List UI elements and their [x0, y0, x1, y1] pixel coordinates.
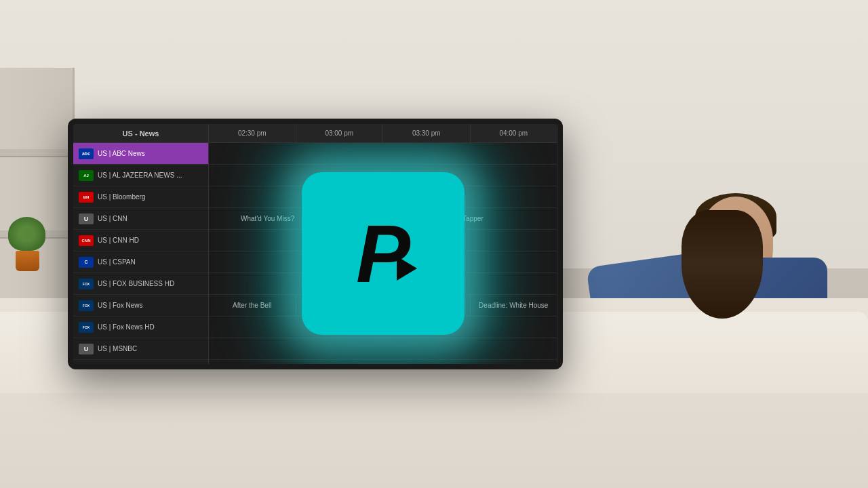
logo-letter: P	[356, 208, 410, 299]
plant-leaves	[8, 217, 45, 251]
channel-icon-cspan: C	[79, 257, 94, 268]
play-icon	[397, 256, 417, 281]
epg-guide: US - News 02:30 pm 03:00 pm 03:30 pm 04:…	[73, 124, 557, 364]
shelf-board-1	[0, 149, 73, 157]
program-cell-10-1[interactable]	[209, 338, 557, 359]
epg-body: abc US | ABC News AJ US | AL JAZEERA NEW…	[73, 143, 557, 364]
channel-icon-foxbiz: FOX	[79, 279, 94, 289]
time-slot-2: 03:00 pm	[296, 124, 384, 142]
channel-icon-msnbc-u: U	[79, 344, 94, 354]
channel-list: abc US | ABC News AJ US | AL JAZEERA NEW…	[73, 143, 209, 364]
room-background: US - News 02:30 pm 03:00 pm 03:30 pm 04:…	[0, 0, 868, 488]
program-grid: What'd You Miss? The Lead With Jake Tapp…	[209, 143, 557, 364]
channel-item-3[interactable]: BN US | Bloomberg	[73, 186, 208, 208]
program-row-10	[209, 338, 557, 360]
channel-name-6: US | CSPAN	[98, 258, 136, 266]
program-row-11	[209, 360, 557, 364]
channel-name-8: US | Fox News	[98, 302, 143, 309]
epg-time-slots: 02:30 pm 03:00 pm 03:30 pm 04:00 pm	[209, 124, 557, 142]
plant-pot	[16, 251, 39, 271]
channel-icon-bloomberg: BN	[79, 192, 94, 203]
channel-icon-cnnhd: CNN	[79, 235, 94, 246]
program-cell-8-4[interactable]: Deadline: White House	[471, 295, 558, 316]
tv-screen: US - News 02:30 pm 03:00 pm 03:30 pm 04:…	[68, 119, 563, 369]
channel-item-2[interactable]: AJ US | AL JAZEERA NEWS ...	[73, 165, 208, 186]
channel-icon-fox: FOX	[79, 300, 94, 311]
channel-name-10: US | MSNBC	[98, 345, 137, 352]
channel-icon-abc: abc	[79, 148, 94, 159]
channel-icon-foxhd: FOX	[79, 322, 94, 333]
channel-name-3: US | Bloomberg	[98, 193, 145, 201]
channel-item-7[interactable]: FOX US | FOX BUSINESS HD	[73, 273, 208, 295]
channel-name-2: US | AL JAZEERA NEWS ...	[98, 171, 182, 179]
program-cell-1-1[interactable]	[209, 143, 557, 164]
time-slot-3: 03:30 pm	[383, 124, 471, 142]
channel-item-8[interactable]: FOX US | Fox News	[73, 295, 208, 317]
channel-item-11[interactable]: N12 US | NEWS 12 LONG ISL...	[73, 360, 208, 364]
channel-item-5[interactable]: CNN US | CNN HD	[73, 230, 208, 251]
channel-name-4: US | CNN	[98, 215, 127, 222]
channel-name-7: US | FOX BUSINESS HD	[98, 280, 174, 287]
channel-name-9: US | Fox News HD	[98, 323, 155, 331]
channel-item-10[interactable]: U US | MSNBC	[73, 338, 208, 360]
channel-item-6[interactable]: C US | CSPAN	[73, 251, 208, 273]
epg-header: US - News 02:30 pm 03:00 pm 03:30 pm 04:…	[73, 124, 557, 143]
plant-decoration	[10, 230, 44, 271]
epg-category-label: US - News	[123, 129, 159, 138]
epg-category-header: US - News	[73, 124, 209, 142]
channel-item-9[interactable]: FOX US | Fox News HD	[73, 317, 208, 338]
channel-item-4[interactable]: U US | CNN	[73, 208, 208, 230]
channel-item-1[interactable]: abc US | ABC News	[73, 143, 208, 165]
app-logo-overlay: P	[302, 172, 465, 335]
program-cell-11-1[interactable]	[209, 360, 557, 364]
woman-hair	[682, 210, 763, 319]
logo-container: P	[356, 213, 410, 294]
channel-name-1: US | ABC News	[98, 150, 145, 157]
channel-name-5: US | CNN HD	[98, 237, 139, 244]
channel-icon-aljazeera: AJ	[79, 170, 94, 181]
time-slot-1: 02:30 pm	[209, 124, 296, 142]
program-cell-8-1[interactable]: After the Bell	[209, 295, 296, 316]
program-row-1	[209, 143, 557, 165]
time-slot-4: 04:00 pm	[471, 124, 558, 142]
channel-icon-cnn-u: U	[79, 214, 94, 224]
